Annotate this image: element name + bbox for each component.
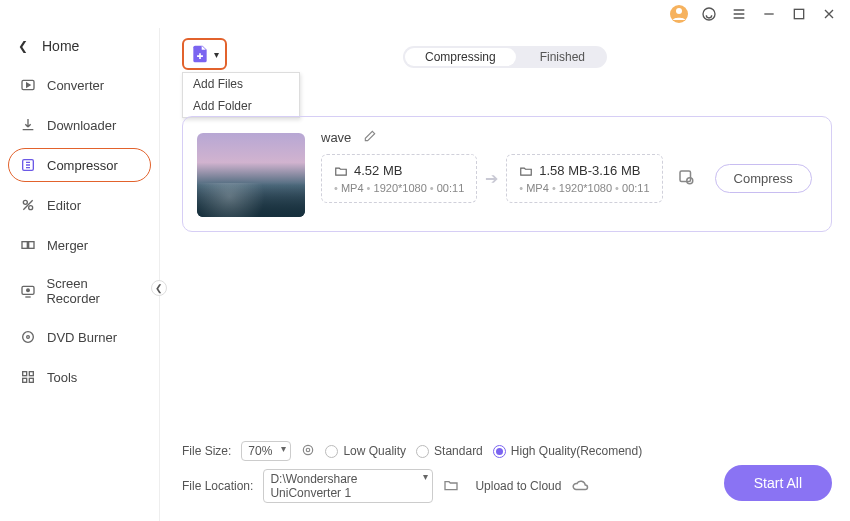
back-icon: ❮ [18,39,28,53]
status-tabs: Compressing Finished [403,46,607,68]
sidebar-item-converter[interactable]: Converter [8,68,151,102]
sidebar-item-screenrecorder[interactable]: Screen Recorder [8,268,151,314]
svg-point-11 [23,332,34,343]
svg-point-19 [304,445,313,454]
dvdburner-icon [19,328,37,346]
location-label: File Location: [182,479,253,493]
screenrecorder-icon [19,282,36,300]
source-info-box: 4.52 MB MP4 1920*1080 00:11 [321,154,477,203]
svg-rect-13 [23,372,27,376]
sidebar-item-label: Editor [47,198,81,213]
content-area: ▾ Add Files Add Folder Compressing Finis… [160,28,850,521]
source-format: MP4 [334,182,364,194]
folder-icon [334,164,348,178]
user-avatar[interactable] [670,5,688,23]
target-icon[interactable] [301,443,315,460]
home-button[interactable]: ❮ Home [0,28,159,68]
source-size: 4.52 MB [354,163,402,178]
svg-point-0 [676,8,682,14]
close-icon[interactable] [820,5,838,23]
radio-icon [325,445,338,458]
target-info-box: 1.58 MB-3.16 MB MP4 1920*1080 00:11 [506,154,662,203]
video-thumbnail[interactable] [197,133,305,217]
sidebar-item-label: Tools [47,370,77,385]
sidebar-item-editor[interactable]: Editor [8,188,151,222]
target-format: MP4 [519,182,549,194]
sidebar-item-label: Downloader [47,118,116,133]
sidebar-item-tools[interactable]: Tools [8,360,151,394]
source-duration: 00:11 [430,182,464,194]
compressor-icon [19,156,37,174]
minimize-icon[interactable] [760,5,778,23]
editor-icon [19,196,37,214]
svg-point-6 [29,206,33,210]
settings-icon[interactable] [677,168,695,190]
sidebar-item-dvdburner[interactable]: DVD Burner [8,320,151,354]
caret-down-icon: ▾ [214,49,219,60]
svg-rect-14 [29,372,33,376]
svg-point-10 [26,289,29,292]
filesize-label: File Size: [182,444,231,458]
sidebar-item-label: Screen Recorder [46,276,142,306]
upload-cloud-label: Upload to Cloud [475,479,561,493]
target-duration: 00:11 [615,182,649,194]
svg-point-20 [307,448,311,452]
target-resolution: 1920*1080 [552,182,612,194]
add-file-icon [190,44,210,64]
svg-rect-16 [29,378,33,382]
svg-rect-17 [680,171,691,182]
sidebar-item-label: Compressor [47,158,118,173]
svg-point-5 [23,200,27,204]
file-name: wave [321,130,351,145]
sidebar-item-compressor[interactable]: Compressor [8,148,151,182]
downloader-icon [19,116,37,134]
svg-rect-8 [29,242,34,249]
converter-icon [19,76,37,94]
radio-icon [416,445,429,458]
svg-rect-7 [22,242,27,249]
filesize-select[interactable]: 70% [241,441,291,461]
merger-icon [19,236,37,254]
add-files-option[interactable]: Add Files [183,73,299,95]
svg-rect-2 [794,9,803,18]
sidebar-item-label: Merger [47,238,88,253]
open-folder-icon[interactable] [443,477,459,496]
add-dropdown-menu: Add Files Add Folder [182,72,300,118]
add-folder-option[interactable]: Add Folder [183,95,299,117]
home-label: Home [42,38,79,54]
maximize-icon[interactable] [790,5,808,23]
cloud-icon[interactable] [571,476,589,497]
quality-low-option[interactable]: Low Quality [325,444,406,458]
tab-finished[interactable]: Finished [518,46,607,68]
target-size: 1.58 MB-3.16 MB [539,163,640,178]
source-resolution: 1920*1080 [367,182,427,194]
support-icon[interactable] [700,5,718,23]
sidebar-item-label: Converter [47,78,104,93]
start-all-button[interactable]: Start All [724,465,832,501]
sidebar-item-label: DVD Burner [47,330,117,345]
arrow-right-icon: ➔ [485,169,498,188]
sidebar-item-merger[interactable]: Merger [8,228,151,262]
edit-name-icon[interactable] [363,129,377,146]
sidebar: ❮ Home Converter Downloader Compressor E… [0,28,160,521]
tools-icon [19,368,37,386]
location-select[interactable]: D:\Wondershare UniConverter 1 [263,469,433,503]
quality-standard-option[interactable]: Standard [416,444,483,458]
svg-point-12 [27,336,30,339]
folder-icon [519,164,533,178]
add-button[interactable]: ▾ [182,38,227,70]
radio-icon [493,445,506,458]
quality-high-option[interactable]: High Quality(Recomend) [493,444,642,458]
tab-compressing[interactable]: Compressing [405,48,516,66]
sidebar-item-downloader[interactable]: Downloader [8,108,151,142]
compress-button[interactable]: Compress [715,164,812,193]
svg-rect-15 [23,378,27,382]
footer-controls: File Size: 70% Low Quality Standard High… [182,441,832,511]
file-card: wave 4.52 MB MP4 1920*1080 00:11 [182,116,832,232]
menu-icon[interactable] [730,5,748,23]
